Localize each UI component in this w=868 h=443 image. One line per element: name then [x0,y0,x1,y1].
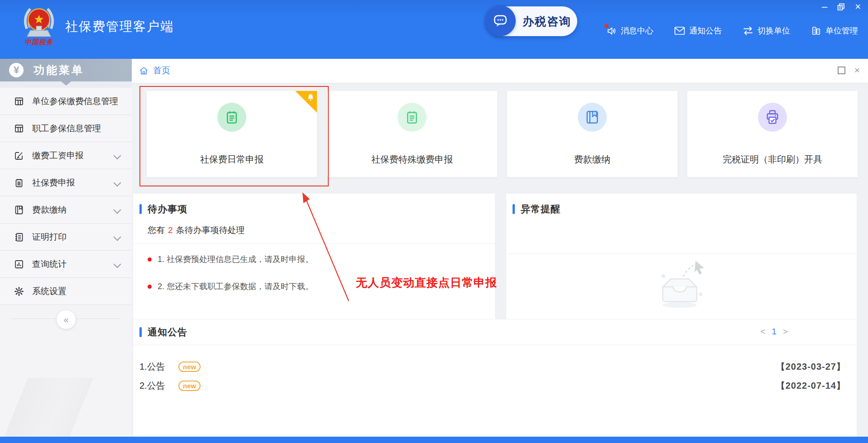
gear-icon [14,286,24,297]
card-fee-payment[interactable]: 费款缴纳 [507,91,678,177]
close-button[interactable]: × [855,2,861,12]
chevron-down-icon [114,261,121,268]
chevron-down-icon [114,179,121,187]
card-daily-declare[interactable]: 社保费日常申报 [146,91,317,177]
sidebar-item-label: 系统设置 [32,286,67,297]
pagination-next[interactable]: > [783,327,788,337]
todo-item-text: 1. 社保费预处理信息已生成，请及时申报。 [158,254,313,265]
alerts-panel-header: 异常提醒 [506,194,857,215]
sidebar-item-label: 费款缴纳 [32,204,67,216]
notice-row: 1.公告 new 【2023-03-27】 [139,357,846,376]
red-dot-icon [148,257,152,262]
sidebar-item-label: 证明打印 [32,231,67,243]
shortcut-cards: 社保费日常申报 社保费特殊缴费申报 费款缴纳 [146,91,857,177]
alerts-panel: 异常提醒 [506,193,857,321]
window-controls: – × [822,2,861,12]
sidebar-header-notch [61,81,71,86]
todo-item: 2. 您还未下载职工参保数据，请及时下载。 [148,281,495,292]
card-tax-certificate[interactable]: 完税证明（非印刷）开具 [687,91,858,177]
divider [133,243,495,244]
home-icon [139,66,149,75]
table-icon [14,123,24,134]
book-icon [578,103,607,132]
nav-label: 切换单位 [758,25,790,36]
sidebar-item-label: 职工参保信息管理 [32,123,101,134]
app-title: 社保费管理客户端 [65,18,174,35]
alerts-title: 异常提醒 [521,203,561,215]
divider [506,253,857,254]
sidebar-item-label: 社保费申报 [32,177,75,189]
card-special-declare[interactable]: 社保费特殊缴费申报 [326,91,498,177]
tax-consult-label: 办税咨询 [523,7,571,36]
chat-bubble-icon [485,5,516,36]
todo-count: 2 [168,225,173,235]
clipboard-icon [398,103,427,132]
nav-switch-unit[interactable]: 切换单位 [743,25,790,36]
card-label: 社保费特殊缴费申报 [327,153,497,166]
nav-message-center[interactable]: 消息中心 [606,25,653,36]
restore-button[interactable] [837,3,845,11]
notice-link[interactable]: 1.公告 [139,361,178,373]
new-badge: new [178,362,201,372]
sidebar-item-label: 查询统计 [32,258,67,270]
tab-close-icon[interactable]: × [854,66,860,74]
chart-icon [14,259,24,270]
sidebar-item-query-stats[interactable]: 查询统计 [0,251,132,278]
todo-item-text: 2. 您还未下载职工参保数据，请及时下载。 [158,281,313,292]
table-icon [14,96,24,107]
notice-date: 【2023-03-27】 [776,361,846,373]
nav-notice-bulletin[interactable]: 通知公告 [674,25,722,36]
window-bottom-edge [0,437,868,443]
todo-summary-prefix: 您有 [148,225,165,235]
chevron-down-icon [114,152,121,160]
edit-icon [14,150,24,161]
logo-caption: 中国税务 [14,38,64,47]
sidebar-item-social-fee-declare[interactable]: 社保费申报 [0,169,132,196]
nav-unit-management[interactable]: 单位管理 [811,25,858,36]
tax-consult-button[interactable]: 办税咨询 [486,6,577,36]
sidebar-item-system-settings[interactable]: 系统设置 [0,278,132,305]
notice-row: 2.公告 new 【2022-07-14】 [139,376,846,395]
accent-bar [139,327,142,337]
pagination-prev[interactable]: < [760,327,765,337]
envelope-icon [674,26,685,35]
tax-emblem-logo [17,4,61,43]
todo-summary-suffix: 条待办事项待处理 [176,225,245,235]
sidebar-item-label: 缴费工资申报 [32,150,84,162]
breadcrumb-bar: 首页 × [132,59,868,83]
top-nav: 消息中心 通知公告 切换单位 [606,25,858,36]
certificate-icon [14,232,24,243]
minimize-button[interactable]: – [822,2,827,12]
todo-item: 1. 社保费预处理信息已生成，请及时申报。 [148,254,495,265]
notices-panel: 通知公告 < 1 > 1.公告 new 【2023-03-27】 2.公告 ne… [133,319,857,437]
swap-icon [743,26,753,35]
sidebar-item-employee-insurance-info[interactable]: 职工参保信息管理 [0,115,132,142]
notice-link[interactable]: 2.公告 [139,380,178,392]
sidebar: ¥ 功能菜单 单位参保缴费信息管理 职工参保信息管理 缴费工资申报 社保费申报 [0,59,132,437]
pagination-page[interactable]: 1 [772,327,777,337]
chevron-down-icon [114,206,121,214]
tab-maximize-icon[interactable] [838,67,845,74]
nav-label: 消息中心 [621,25,653,36]
notices-panel-header: 通知公告 [133,319,857,338]
chevron-down-icon [114,233,121,241]
sidebar-item-salary-declare[interactable]: 缴费工资申报 [0,142,132,169]
notice-date: 【2022-07-14】 [776,380,846,392]
sidebar-item-unit-insurance-info[interactable]: 单位参保缴费信息管理 [0,88,132,115]
clipboard-icon [14,177,24,188]
todo-panel: 待办事项 您有2条待办事项待处理 1. 社保费预处理信息已生成，请及时申报。 2… [133,193,495,321]
todo-summary: 您有2条待办事项待处理 [148,224,495,236]
notification-dot [604,24,609,28]
card-label: 费款缴纳 [507,153,677,166]
sidebar-item-fee-payment[interactable]: 费款缴纳 [0,196,132,224]
breadcrumb-home-tab[interactable]: 首页 [139,65,170,76]
sidebar-item-label: 单位参保缴费信息管理 [32,95,118,107]
sidebar-header: ¥ 功能菜单 [0,59,132,81]
printer-icon [758,103,787,132]
sidebar-header-label: 功能菜单 [34,63,84,77]
sidebar-collapse-button[interactable]: « [56,310,76,329]
todo-panel-header: 待办事项 [133,194,495,215]
sidebar-item-cert-print[interactable]: 证明打印 [0,224,132,251]
pagination: < 1 > [760,327,788,337]
tab-controls: × [838,66,860,74]
